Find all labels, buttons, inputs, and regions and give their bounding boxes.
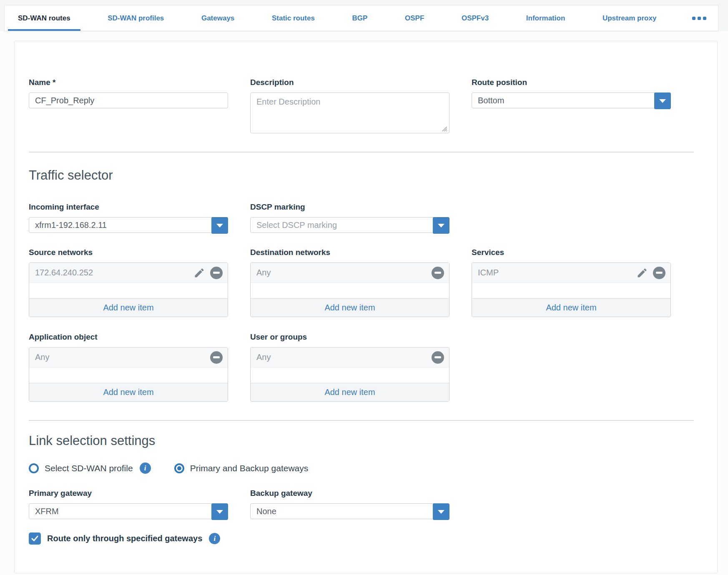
listbox-empty-area bbox=[472, 283, 670, 298]
link-selection-radio-row: Select SD-WAN profile i Primary and Back… bbox=[29, 462, 694, 474]
name-field-group: Name * bbox=[29, 78, 228, 108]
radio-button-icon[interactable] bbox=[29, 463, 39, 473]
add-new-item-button[interactable]: Add new item bbox=[472, 298, 670, 317]
general-fields-row: Name * Description Route position Bottom bbox=[29, 78, 694, 135]
primary-gateway-select[interactable]: XFRM bbox=[29, 503, 228, 519]
route-only-checkbox-row[interactable]: Route only through specified gateways i bbox=[29, 532, 694, 545]
list-item-text: Any bbox=[35, 352, 49, 362]
resize-handle-icon[interactable] bbox=[441, 125, 447, 132]
add-new-item-button[interactable]: Add new item bbox=[29, 298, 228, 317]
incoming-interface-select[interactable]: xfrm1-192.168.2.11 bbox=[29, 217, 228, 233]
list-item: Any bbox=[29, 348, 228, 368]
traffic-selector-heading: Traffic selector bbox=[29, 168, 694, 183]
tab-upstream-proxy[interactable]: Upstream proxy bbox=[592, 5, 667, 31]
remove-item-icon[interactable] bbox=[432, 351, 444, 364]
radio-primary-backup-gateways[interactable]: Primary and Backup gateways bbox=[174, 463, 309, 473]
route-position-select[interactable]: Bottom bbox=[472, 92, 671, 108]
add-new-item-button[interactable]: Add new item bbox=[251, 298, 449, 317]
caret-down-icon bbox=[438, 510, 444, 514]
list-item-text: ICMP bbox=[478, 268, 499, 278]
backup-gateway-value: None bbox=[256, 507, 276, 516]
tab-ospfv3[interactable]: OSPFv3 bbox=[451, 5, 500, 31]
backup-gateway-label: Backup gateway bbox=[250, 489, 449, 498]
route-position-value: Bottom bbox=[478, 96, 504, 105]
list-item: Any bbox=[251, 348, 449, 368]
add-new-item-button[interactable]: Add new item bbox=[29, 383, 228, 401]
user-or-groups-label: User or groups bbox=[250, 332, 449, 342]
list-item-text: Any bbox=[256, 352, 271, 362]
listbox-empty-area bbox=[29, 368, 228, 383]
radio-label: Primary and Backup gateways bbox=[190, 463, 309, 473]
ellipsis-icon bbox=[703, 17, 706, 20]
section-divider bbox=[29, 420, 694, 421]
tab-information[interactable]: Information bbox=[515, 5, 576, 31]
incoming-interface-value: xfrm1-192.168.2.11 bbox=[35, 220, 107, 230]
dscp-dropdown-button[interactable] bbox=[433, 217, 449, 234]
destination-networks-listbox: Any Add new item bbox=[250, 262, 449, 317]
source-networks-group: Source networks 172.64.240.252 Add new i… bbox=[29, 248, 228, 317]
radio-select-sdwan-profile[interactable]: Select SD-WAN profile i bbox=[29, 462, 151, 474]
destination-networks-group: Destination networks Any Add new item bbox=[250, 248, 449, 317]
tab-static-routes[interactable]: Static routes bbox=[261, 5, 326, 31]
add-new-item-button[interactable]: Add new item bbox=[251, 383, 449, 401]
incoming-interface-field-group: Incoming interface xfrm1-192.168.2.11 bbox=[29, 202, 228, 233]
primary-gateway-value: XFRM bbox=[35, 507, 59, 516]
remove-item-icon[interactable] bbox=[210, 351, 223, 364]
tab-sdwan-routes[interactable]: SD-WAN routes bbox=[7, 5, 81, 31]
tab-bgp[interactable]: BGP bbox=[341, 5, 379, 31]
dscp-label: DSCP marking bbox=[250, 202, 449, 212]
incoming-interface-label: Incoming interface bbox=[29, 202, 228, 212]
info-icon[interactable]: i bbox=[209, 533, 220, 544]
application-object-group: Application object Any Add new item bbox=[29, 332, 228, 402]
description-field-group: Description bbox=[250, 78, 449, 135]
edit-pencil-icon[interactable] bbox=[636, 267, 648, 279]
destination-networks-label: Destination networks bbox=[250, 248, 449, 257]
info-icon[interactable]: i bbox=[140, 462, 151, 474]
listbox-empty-area bbox=[251, 283, 449, 298]
list-item: Any bbox=[251, 263, 449, 283]
route-position-label: Route position bbox=[472, 78, 671, 87]
ellipsis-icon bbox=[692, 17, 695, 20]
user-or-groups-group: User or groups Any Add new item bbox=[250, 332, 449, 402]
link-selection-heading: Link selection settings bbox=[29, 433, 694, 448]
route-position-dropdown-button[interactable] bbox=[654, 92, 671, 109]
source-networks-listbox: 172.64.240.252 Add new item bbox=[29, 262, 228, 317]
description-textarea[interactable] bbox=[250, 92, 449, 133]
dscp-select[interactable]: Select DSCP marking bbox=[250, 217, 449, 233]
route-position-field-group: Route position Bottom bbox=[472, 78, 671, 108]
radio-button-icon[interactable] bbox=[174, 463, 184, 473]
description-label: Description bbox=[250, 78, 449, 87]
remove-item-icon[interactable] bbox=[432, 267, 444, 279]
services-label: Services bbox=[472, 248, 671, 257]
sdwan-route-form-panel: Name * Description Route position Bottom bbox=[14, 41, 718, 573]
application-users-row: Application object Any Add new item User… bbox=[29, 332, 694, 402]
backup-gateway-dropdown-button[interactable] bbox=[433, 503, 449, 520]
tab-sdwan-profiles[interactable]: SD-WAN profiles bbox=[97, 5, 175, 31]
tab-ospf[interactable]: OSPF bbox=[394, 5, 435, 31]
application-object-listbox: Any Add new item bbox=[29, 347, 228, 402]
incoming-interface-dropdown-button[interactable] bbox=[211, 217, 228, 234]
checkbox-checked-icon[interactable] bbox=[29, 532, 41, 545]
listbox-empty-area bbox=[251, 368, 449, 383]
ellipsis-icon bbox=[698, 17, 701, 20]
edit-pencil-icon[interactable] bbox=[193, 267, 205, 279]
more-tabs-button[interactable] bbox=[683, 5, 715, 31]
route-only-label: Route only through specified gateways bbox=[47, 534, 202, 543]
name-input[interactable] bbox=[29, 92, 228, 108]
caret-down-icon bbox=[216, 224, 223, 228]
listbox-empty-area bbox=[29, 283, 228, 298]
dscp-field-group: DSCP marking Select DSCP marking bbox=[250, 202, 449, 233]
name-label: Name * bbox=[29, 78, 228, 87]
tab-gateways[interactable]: Gateways bbox=[191, 5, 245, 31]
caret-down-icon bbox=[438, 224, 444, 228]
primary-gateway-field-group: Primary gateway XFRM bbox=[29, 489, 228, 519]
dscp-placeholder-value: Select DSCP marking bbox=[256, 220, 337, 230]
application-object-label: Application object bbox=[29, 332, 228, 342]
primary-gateway-dropdown-button[interactable] bbox=[211, 503, 228, 520]
list-item-text: Any bbox=[256, 268, 271, 278]
remove-item-icon[interactable] bbox=[210, 267, 223, 279]
remove-item-icon[interactable] bbox=[653, 267, 665, 279]
list-item: ICMP bbox=[472, 263, 670, 283]
services-group: Services ICMP Add new item bbox=[472, 248, 671, 317]
backup-gateway-select[interactable]: None bbox=[250, 503, 449, 519]
